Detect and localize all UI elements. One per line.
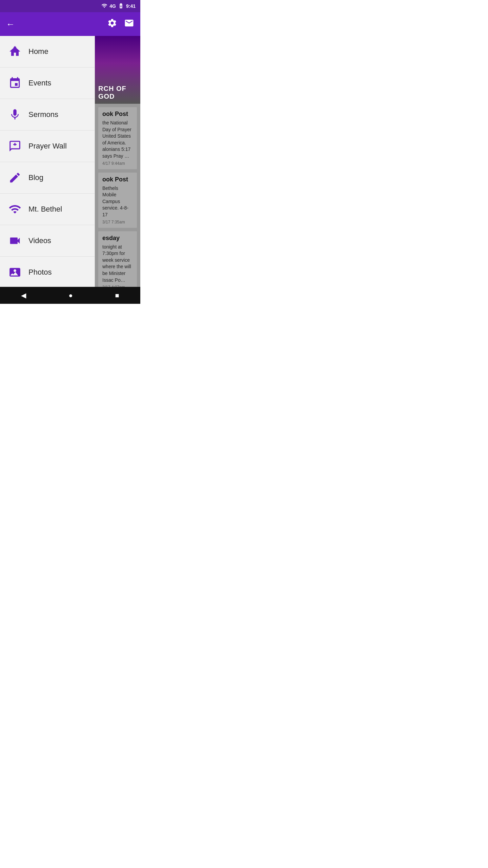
videos-icon xyxy=(7,233,23,249)
prayer-wall-label: Prayer Wall xyxy=(28,142,67,151)
sermons-label: Sermons xyxy=(28,110,58,119)
signal-label: 4G xyxy=(109,3,116,9)
home-icon xyxy=(7,43,23,60)
events-label: Events xyxy=(28,79,51,87)
system-recents-button[interactable]: ■ xyxy=(108,290,126,301)
blog-label: Blog xyxy=(28,173,43,182)
sidebar: Home Events Sermons xyxy=(0,36,95,287)
content-area: RCH OF GOD ook Post the National Day of … xyxy=(95,36,140,287)
mt-bethel-label: Mt. Bethel xyxy=(28,205,62,214)
sidebar-item-prayer-wall[interactable]: Prayer Wall xyxy=(0,131,95,162)
blog-icon xyxy=(7,170,23,186)
time-label: 9:41 xyxy=(126,3,136,9)
home-label: Home xyxy=(28,47,48,56)
videos-label: Videos xyxy=(28,236,51,245)
mail-button[interactable] xyxy=(124,18,134,31)
main-layout: Home Events Sermons xyxy=(0,36,140,287)
prayer-wall-icon xyxy=(7,138,23,154)
signal-icon xyxy=(101,3,107,10)
sidebar-item-events[interactable]: Events xyxy=(0,67,95,99)
feed-title-1: ook Post xyxy=(102,176,133,183)
toolbar: ← xyxy=(0,12,140,36)
status-bar: 4G 9:41 xyxy=(0,0,140,12)
feed-body-2: tonight at 7:30pm for week service where… xyxy=(102,244,133,284)
settings-button[interactable] xyxy=(107,18,117,31)
sidebar-item-mt-bethel[interactable]: Mt. Bethel xyxy=(0,194,95,225)
system-back-button[interactable]: ◀ xyxy=(14,289,33,301)
feed-body-0: the National Day of Prayer United States… xyxy=(102,120,133,160)
feed-title-0: ook Post xyxy=(102,111,133,118)
bottom-bar: ◀ ● ■ xyxy=(0,287,140,304)
sidebar-item-videos[interactable]: Videos xyxy=(0,225,95,257)
photos-icon xyxy=(7,264,23,280)
sidebar-item-photos[interactable]: Photos xyxy=(0,257,95,287)
content-image: RCH OF GOD xyxy=(95,36,140,104)
feed-title-2: esday xyxy=(102,235,133,242)
content-feed: ook Post the National Day of Prayer Unit… xyxy=(95,104,140,287)
feed-item-0[interactable]: ook Post the National Day of Prayer Unit… xyxy=(98,107,137,169)
feed-item-2[interactable]: esday tonight at 7:30pm for week service… xyxy=(98,231,137,287)
mt-bethel-icon xyxy=(7,201,23,217)
battery-icon xyxy=(118,3,124,10)
feed-body-1: Bethels Mobile Campus service. 4-8-17 xyxy=(102,185,133,218)
feed-time-0: 4/17 9:44am xyxy=(102,161,133,166)
toolbar-left: ← xyxy=(6,20,15,28)
sidebar-item-home[interactable]: Home xyxy=(0,36,95,67)
feed-item-1[interactable]: ook Post Bethels Mobile Campus service. … xyxy=(98,173,137,228)
toolbar-right xyxy=(107,18,134,31)
back-button[interactable]: ← xyxy=(6,20,15,28)
events-icon xyxy=(7,75,23,91)
svg-rect-3 xyxy=(13,144,17,145)
feed-time-2: 3/17 4:07pm xyxy=(102,285,133,287)
feed-time-1: 3/17 7:35am xyxy=(102,220,133,224)
sidebar-item-blog[interactable]: Blog xyxy=(0,162,95,194)
system-home-button[interactable]: ● xyxy=(62,290,79,301)
content-image-text: RCH OF GOD xyxy=(98,85,140,100)
sidebar-item-sermons[interactable]: Sermons xyxy=(0,99,95,131)
svg-rect-1 xyxy=(14,47,16,48)
sermons-icon xyxy=(7,106,23,123)
status-icons: 4G 9:41 xyxy=(101,3,136,10)
photos-label: Photos xyxy=(28,268,52,277)
